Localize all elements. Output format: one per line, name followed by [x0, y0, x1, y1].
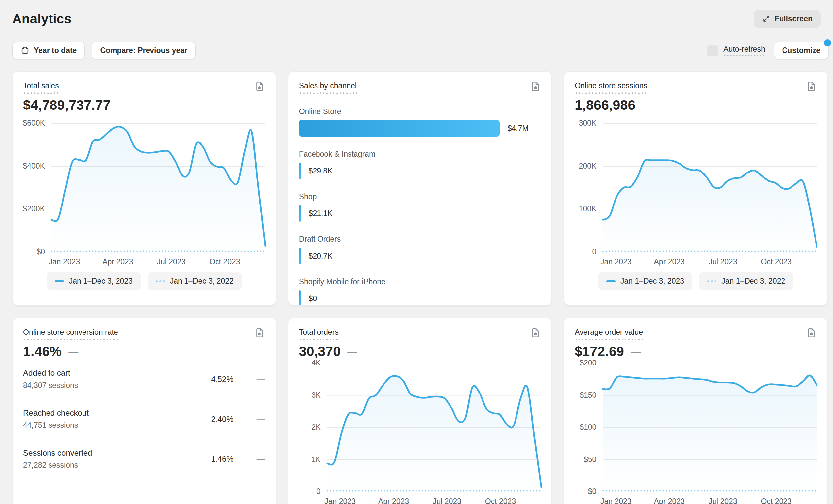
- channel-name: Online Store: [299, 107, 541, 116]
- channel-value: $21.1K: [309, 209, 333, 218]
- auto-refresh-checkbox[interactable]: [707, 45, 718, 56]
- y-axis-tick: 0: [316, 487, 321, 496]
- y-axis-tick: $600K: [23, 119, 45, 128]
- customize-button[interactable]: Customize: [774, 42, 829, 59]
- x-axis-tick: Jul 2023: [709, 497, 737, 504]
- line-chart-svg: [603, 363, 817, 492]
- channel-value: $0: [309, 294, 317, 303]
- legend-previous-period: Jan 1–Dec 3, 2022: [699, 273, 793, 290]
- y-axis-tick: $150: [579, 391, 596, 400]
- dotted-line-swatch: [156, 280, 165, 282]
- report-icon[interactable]: [530, 327, 541, 340]
- analytics-page: Analytics Fullscreen Year to date: [0, 0, 833, 504]
- no-change-dash: —: [234, 374, 265, 384]
- conversion-rate-value: 1.46%: [23, 344, 62, 359]
- y-axis-labels: 300K200K100K0: [575, 123, 603, 252]
- x-axis-tick: Jul 2023: [433, 497, 461, 504]
- no-change-dash: —: [347, 346, 357, 357]
- average-order-value-value: $172.69: [575, 344, 624, 359]
- channel-row: Facebook & Instagram $29.8K: [299, 150, 541, 179]
- controls-row: Year to date Compare: Previous year Auto…: [0, 42, 833, 59]
- total-orders-chart: 4K3K2K1K0Jan 2023Apr 2023Jul 2023Oct 202…: [299, 363, 541, 504]
- dotted-line-swatch: [707, 280, 716, 282]
- customize-new-badge: [824, 39, 831, 46]
- channel-name: Shop: [299, 192, 541, 201]
- compare-label: Compare: Previous year: [100, 46, 187, 55]
- legend-current-period: Jan 1–Dec 3, 2023: [47, 273, 141, 290]
- x-axis-labels: Jan 2023Apr 2023Jul 2023Oct 2023: [327, 492, 541, 504]
- y-axis-tick: 100K: [579, 204, 597, 213]
- sales-by-channel-title[interactable]: Sales by channel: [299, 81, 357, 94]
- no-change-dash: —: [631, 346, 641, 357]
- total-orders-value: 30,370: [299, 344, 341, 359]
- y-axis-tick: $50: [584, 455, 596, 464]
- report-icon[interactable]: [530, 81, 541, 93]
- channel-bar: [299, 205, 301, 222]
- y-axis-tick: 3K: [312, 391, 321, 400]
- funnel-step-label: Added to cart: [23, 369, 78, 378]
- x-axis-labels: Jan 2023Apr 2023Jul 2023Oct 2023: [51, 252, 265, 268]
- card-conversion-rate: Online store conversion rate 1.46% — Add…: [12, 318, 276, 504]
- solid-line-swatch: [55, 280, 64, 282]
- chart-plot-area: [603, 363, 817, 492]
- total-sales-chart: $600K$400K$200K$0Jan 2023Apr 2023Jul 202…: [23, 123, 265, 268]
- report-icon[interactable]: [806, 81, 817, 93]
- average-order-value-chart: $200$150$100$50$0Jan 2023Apr 2023Jul 202…: [575, 363, 817, 504]
- card-total-orders: Total orders 30,370 — 4K3K2K1K0Jan 2023A…: [288, 318, 552, 504]
- legend-previous-period: Jan 1–Dec 3, 2022: [147, 273, 242, 290]
- report-icon[interactable]: [806, 327, 817, 340]
- x-axis-tick: Jan 2023: [325, 497, 356, 504]
- sessions-title[interactable]: Online store sessions: [575, 81, 647, 94]
- total-orders-title[interactable]: Total orders: [299, 328, 339, 341]
- no-change-dash: —: [117, 100, 127, 111]
- channel-bar: [299, 248, 301, 264]
- y-axis-tick: 200K: [579, 161, 597, 171]
- legend-previous-label: Jan 1–Dec 3, 2022: [721, 277, 785, 286]
- x-axis-tick: Jul 2023: [709, 257, 737, 266]
- report-icon[interactable]: [254, 327, 265, 340]
- chart-plot-area: [603, 123, 817, 252]
- average-order-value-title[interactable]: Average order value: [575, 328, 643, 341]
- channel-row: Draft Orders $20.7K: [299, 235, 541, 264]
- card-sales-by-channel: Sales by channel Online Store $4.7M Fa: [288, 71, 552, 306]
- funnel-row-sessions-converted: Sessions converted 27,282 sessions 1.46%…: [23, 439, 265, 479]
- line-chart-svg: [327, 363, 541, 492]
- chart-plot-area: [327, 363, 541, 492]
- no-change-dash: —: [234, 414, 265, 424]
- chart-legend: Jan 1–Dec 3, 2023 Jan 1–Dec 3, 2022: [23, 273, 265, 290]
- conversion-funnel-rows: Added to cart 84,307 sessions 4.52% — Re…: [23, 363, 265, 479]
- funnel-row-reached-checkout: Reached checkout 44,751 sessions 2.40% —: [23, 399, 265, 439]
- chart-plot-grid: $600K$400K$200K$0Jan 2023Apr 2023Jul 202…: [23, 123, 265, 268]
- x-axis-tick: Apr 2023: [654, 497, 685, 504]
- page-title: Analytics: [12, 11, 72, 26]
- channel-bar: [299, 120, 500, 136]
- x-axis-tick: Oct 2023: [761, 257, 792, 266]
- funnel-step-sessions: 27,282 sessions: [23, 461, 92, 470]
- y-axis-labels: 4K3K2K1K0: [299, 363, 327, 492]
- compare-button[interactable]: Compare: Previous year: [92, 42, 196, 59]
- cards-grid: Total sales $4,789,737.77 — $600K$400K$2…: [0, 71, 833, 504]
- legend-current-label: Jan 1–Dec 3, 2023: [620, 277, 684, 286]
- y-axis-tick: 1K: [312, 455, 321, 464]
- line-chart-svg: [603, 123, 817, 252]
- solid-line-swatch: [606, 280, 616, 282]
- total-sales-title[interactable]: Total sales: [23, 81, 59, 94]
- sessions-value: 1,866,986: [575, 97, 635, 113]
- y-axis-tick: 0: [592, 247, 597, 256]
- x-axis-tick: Apr 2023: [102, 257, 133, 266]
- date-range-label: Year to date: [34, 46, 76, 55]
- fullscreen-button[interactable]: Fullscreen: [754, 10, 821, 28]
- y-axis-tick: 2K: [312, 423, 321, 432]
- date-range-button[interactable]: Year to date: [12, 42, 85, 59]
- channel-value: $20.7K: [309, 252, 333, 260]
- x-axis-tick: Oct 2023: [485, 497, 516, 504]
- funnel-step-rate: 4.52%: [211, 375, 234, 384]
- customize-label: Customize: [782, 46, 820, 55]
- conversion-rate-title[interactable]: Online store conversion rate: [23, 328, 118, 341]
- auto-refresh-label[interactable]: Auto-refresh: [723, 45, 765, 56]
- y-axis-tick: 4K: [312, 358, 321, 368]
- channel-name: Facebook & Instagram: [299, 150, 541, 159]
- fullscreen-label: Fullscreen: [775, 15, 812, 23]
- sessions-chart: 300K200K100K0Jan 2023Apr 2023Jul 2023Oct…: [575, 123, 817, 268]
- report-icon[interactable]: [254, 81, 265, 93]
